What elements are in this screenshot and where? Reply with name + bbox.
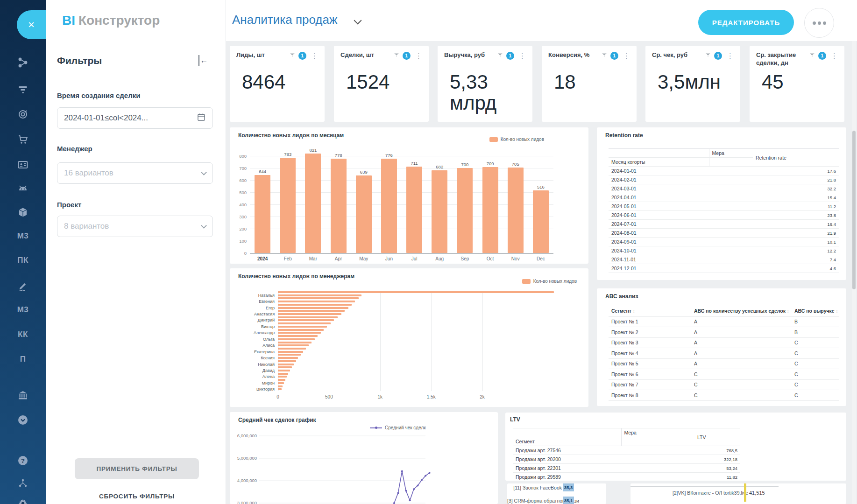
column-sort-header[interactable]: АВС по количеству успешных сделок↕: [691, 305, 792, 316]
y-axis-tick: 800: [230, 154, 247, 159]
close-button[interactable]: ×: [17, 10, 46, 39]
empty-cell: [621, 437, 694, 446]
table-cell: C: [691, 390, 792, 401]
x-axis-label: 2k: [461, 394, 504, 399]
row-label-cell: Продажи арт. 27546: [513, 446, 694, 455]
panel-title: Количество новых лидов по менеджерам: [238, 273, 354, 280]
x-axis-label: 2024: [252, 256, 273, 261]
filter-icon[interactable]: [289, 51, 296, 60]
sidebar-item-help[interactable]: ?: [0, 455, 46, 468]
filter-icon[interactable]: [497, 51, 503, 60]
kpi-card-header: Ср. закрытие сделки, дн1⋮: [756, 51, 838, 67]
kebab-menu-icon[interactable]: ⋮: [623, 52, 630, 59]
bar-manager: [278, 326, 327, 328]
collapse-panel-button[interactable]: ←: [198, 55, 209, 66]
table-row: Проект № 8CC: [609, 390, 839, 401]
x-axis-label: Nov: [505, 256, 526, 261]
table-row: Продажи арт. 2230153,24: [513, 464, 740, 473]
bar-manager: [278, 342, 312, 343]
field-value: 2024-01-01≤col<2024...: [64, 113, 197, 123]
column-sort-header[interactable]: Сегмент↕: [609, 305, 691, 316]
calendar-icon: [197, 112, 206, 124]
dashboard-title-dropdown[interactable]: Аналитика продаж: [232, 13, 337, 27]
row-label-cell: 2024-07-01: [609, 220, 753, 229]
sidebar-item-target[interactable]: [0, 109, 46, 122]
row-value-cell: 32.2: [753, 184, 839, 193]
sidebar-item-П[interactable]: П: [0, 355, 46, 364]
sidebar-item-ПК[interactable]: ПК: [0, 256, 46, 265]
kebab-menu-icon[interactable]: ⋮: [415, 52, 422, 59]
reset-filters-button[interactable]: СБРОСИТЬ ФИЛЬТРЫ: [75, 493, 199, 500]
panel-ltv: LTV МераLTVСегментПродажи арт. 27546768,…: [505, 413, 846, 481]
bar-month: [331, 159, 347, 253]
x-axis-label: Jul: [404, 256, 425, 261]
sidebar-item-М3[interactable]: М3: [0, 305, 46, 315]
sidebar-item-chevron-down-circle[interactable]: [0, 414, 46, 427]
bar-value-label: 778: [329, 153, 348, 158]
dropdown-select[interactable]: 8 вариантов: [57, 216, 213, 237]
date-range-input[interactable]: 2024-01-01≤col<2024...: [57, 107, 213, 129]
bar-manager: [278, 291, 554, 293]
scrollbar-thumb[interactable]: [852, 131, 856, 289]
kebab-menu-icon[interactable]: ⋮: [519, 52, 526, 59]
sidebar-item-flow[interactable]: [0, 477, 46, 490]
panel-retention-rate: Retention rate МераRetention rateМесяц к…: [597, 127, 846, 280]
column-sort-header[interactable]: АВС по выручке↕: [792, 305, 839, 316]
data-point: [429, 472, 431, 474]
table-cell: A: [691, 337, 792, 348]
kebab-menu-icon[interactable]: ⋮: [727, 52, 734, 59]
sidebar-item-М3[interactable]: М3: [0, 231, 46, 241]
sidebar-item-pen[interactable]: [0, 280, 46, 294]
table-row: 2024-05-0111.2: [609, 202, 839, 211]
x-axis-label: 0: [256, 394, 299, 399]
table-row: 2024-03-0132.2: [609, 184, 839, 193]
sidebar-item-package[interactable]: [0, 207, 46, 220]
kebab-menu-icon[interactable]: ⋮: [831, 52, 838, 59]
sidebar-item-bank[interactable]: [0, 390, 46, 403]
filter-count-badge: 1: [403, 52, 411, 60]
vk-widget-value: 41,515: [749, 490, 765, 496]
manager-label: Виктор: [232, 324, 275, 329]
more-options-button[interactable]: [804, 8, 834, 38]
kpi-title: Ср. закрытие сделки, дн: [756, 51, 807, 67]
edit-button[interactable]: РЕДАКТИРОВАТЬ: [698, 10, 794, 35]
apply-filters-button[interactable]: ПРИМЕНИТЬ ФИЛЬТРЫ: [75, 458, 199, 479]
manager-label: Мирон: [232, 381, 275, 385]
divider: [630, 486, 779, 487]
bar-value-label: 709: [481, 161, 500, 166]
table-header-row: МераRetention rate: [609, 149, 839, 158]
filter-icon[interactable]: [705, 51, 711, 60]
x-axis-label: Dec: [531, 256, 551, 261]
bar-month: [457, 168, 473, 253]
filter-icon[interactable]: [809, 51, 815, 60]
row-value-cell: 7.4: [753, 255, 839, 264]
sidebar-item-label: П: [20, 355, 26, 364]
sidebar-item-robot[interactable]: [0, 183, 46, 196]
filter-field-label: Менеджер: [57, 145, 92, 153]
sidebar-item-id-card[interactable]: [0, 159, 46, 172]
table-cell: C: [792, 337, 839, 348]
logo-name: Конструктор: [78, 13, 160, 28]
bar-value-label: 776: [380, 153, 398, 158]
row-value-cell: 53,24: [694, 464, 740, 473]
sidebar-item-cart[interactable]: [0, 134, 46, 147]
package-icon: [17, 207, 28, 220]
y-axis-tick: 500: [230, 190, 247, 195]
sidebar-item-gear[interactable]: [0, 498, 46, 504]
table-row: 2024-06-0123.8: [609, 211, 839, 220]
filter-count-badge: 1: [714, 52, 722, 60]
table-cell: C: [792, 369, 839, 380]
sidebar-item-filter[interactable]: [0, 84, 46, 97]
bar-month: [305, 154, 321, 253]
dropdown-select[interactable]: 16 вариантов: [57, 162, 213, 184]
manager-label: Евгения: [232, 299, 275, 304]
filter-icon[interactable]: [601, 51, 608, 60]
kebab-menu-icon[interactable]: ⋮: [311, 52, 318, 59]
filter-icon[interactable]: [393, 51, 400, 60]
table-row: Проект № 2AB: [609, 327, 839, 338]
table-cell: B: [792, 327, 839, 338]
gridline: [380, 291, 381, 391]
y-axis-label: 3,000,000: [237, 500, 257, 504]
sidebar-item-share[interactable]: [0, 57, 46, 70]
sidebar-item-КК[interactable]: КК: [0, 330, 46, 339]
